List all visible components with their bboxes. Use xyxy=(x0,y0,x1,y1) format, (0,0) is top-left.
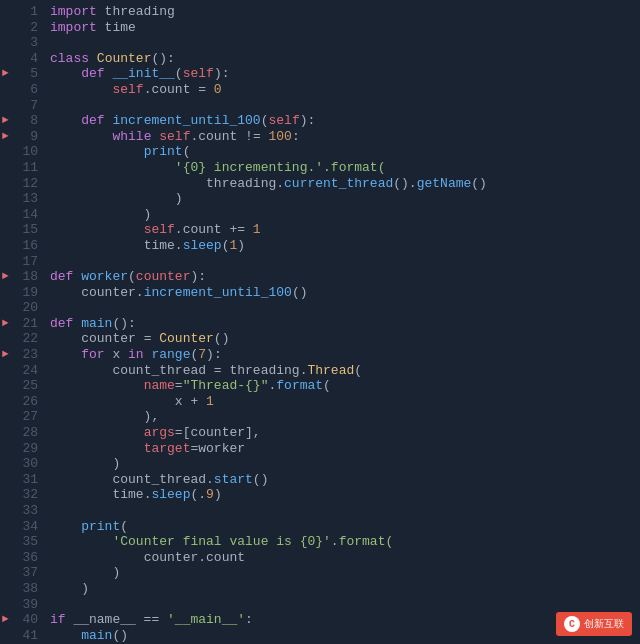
line-content: class Counter(): xyxy=(42,51,640,67)
table-row: 26 x + 1 xyxy=(0,394,640,410)
table-row: 23► for x in range(7): xyxy=(0,347,640,363)
line-content: count_thread = threading.Thread( xyxy=(42,363,640,379)
line-number: 3 xyxy=(30,35,38,51)
table-row: 35 'Counter final value is {0}'.format( xyxy=(0,534,640,550)
table-row: 22 counter = Counter() xyxy=(0,331,640,347)
watermark-icon: C xyxy=(564,616,580,632)
arrow-indicator: ► xyxy=(2,316,9,332)
table-row: 13 ) xyxy=(0,191,640,207)
line-content: count_thread.start() xyxy=(42,472,640,488)
line-number: 16 xyxy=(22,238,38,254)
table-row: 34 print( xyxy=(0,519,640,535)
arrow-indicator: ► xyxy=(2,113,9,129)
line-number: 40 xyxy=(22,612,38,628)
line-content: import time xyxy=(42,20,640,36)
table-row: 10 print( xyxy=(0,144,640,160)
line-number: 1 xyxy=(30,4,38,20)
line-number: 8 xyxy=(30,113,38,129)
table-row: 19 counter.increment_until_100() xyxy=(0,285,640,301)
line-content: print( xyxy=(42,519,640,535)
line-number: 36 xyxy=(22,550,38,566)
line-content: counter = Counter() xyxy=(42,331,640,347)
line-content: ) xyxy=(42,565,640,581)
line-number: 11 xyxy=(22,160,38,176)
table-row: 12 threading.current_thread().getName() xyxy=(0,176,640,192)
table-row: 33 xyxy=(0,503,640,519)
line-content: target=worker xyxy=(42,441,640,457)
line-number: 41 xyxy=(22,628,38,644)
line-number: 37 xyxy=(22,565,38,581)
table-row: 36 counter.count xyxy=(0,550,640,566)
line-number: 9 xyxy=(30,129,38,145)
table-row: 31 count_thread.start() xyxy=(0,472,640,488)
line-content: '{0} incrementing.'.format( xyxy=(42,160,640,176)
line-content xyxy=(42,300,640,316)
line-content: ) xyxy=(42,581,640,597)
line-content: self.count = 0 xyxy=(42,82,640,98)
table-row: 8► def increment_until_100(self): xyxy=(0,113,640,129)
table-row: 7 xyxy=(0,98,640,114)
table-row: 37 ) xyxy=(0,565,640,581)
table-row: 17 xyxy=(0,254,640,270)
table-row: 25 name="Thread-{}".format( xyxy=(0,378,640,394)
line-content: def increment_until_100(self): xyxy=(42,113,640,129)
line-number: 26 xyxy=(22,394,38,410)
line-content: name="Thread-{}".format( xyxy=(42,378,640,394)
table-row: 39 xyxy=(0,597,640,613)
table-row: 32 time.sleep(.9) xyxy=(0,487,640,503)
arrow-indicator: ► xyxy=(2,269,9,285)
line-content: args=[counter], xyxy=(42,425,640,441)
arrow-indicator: ► xyxy=(2,129,9,145)
line-content: x + 1 xyxy=(42,394,640,410)
line-content: time.sleep(.9) xyxy=(42,487,640,503)
line-content: if __name__ == '__main__': xyxy=(42,612,640,628)
table-row: 15 self.count += 1 xyxy=(0,222,640,238)
code-editor: 1import threading2import time34class Cou… xyxy=(0,0,640,644)
line-number: 25 xyxy=(22,378,38,394)
line-number: 35 xyxy=(22,534,38,550)
line-number: 20 xyxy=(22,300,38,316)
line-number: 4 xyxy=(30,51,38,67)
line-number: 6 xyxy=(30,82,38,98)
line-number: 30 xyxy=(22,456,38,472)
table-row: 41 main() xyxy=(0,628,640,644)
line-number: 22 xyxy=(22,331,38,347)
line-number: 28 xyxy=(22,425,38,441)
table-row: 5► def __init__(self): xyxy=(0,66,640,82)
line-content: ) xyxy=(42,456,640,472)
table-row: 11 '{0} incrementing.'.format( xyxy=(0,160,640,176)
line-content: counter.increment_until_100() xyxy=(42,285,640,301)
table-row: 20 xyxy=(0,300,640,316)
line-content: while self.count != 100: xyxy=(42,129,640,145)
line-number: 13 xyxy=(22,191,38,207)
table-row: 2import time xyxy=(0,20,640,36)
line-number: 10 xyxy=(22,144,38,160)
table-row: 1import threading xyxy=(0,4,640,20)
table-row: 30 ) xyxy=(0,456,640,472)
table-row: 21►def main(): xyxy=(0,316,640,332)
line-number: 5 xyxy=(30,66,38,82)
line-number: 27 xyxy=(22,409,38,425)
line-content xyxy=(42,597,640,613)
line-content: def main(): xyxy=(42,316,640,332)
line-number: 14 xyxy=(22,207,38,223)
table-row: 4class Counter(): xyxy=(0,51,640,67)
table-row: 29 target=worker xyxy=(0,441,640,457)
arrow-indicator: ► xyxy=(2,347,9,363)
line-content xyxy=(42,503,640,519)
line-content xyxy=(42,254,640,270)
line-content: main() xyxy=(42,628,640,644)
line-number: 19 xyxy=(22,285,38,301)
line-number: 12 xyxy=(22,176,38,192)
table-row: 6 self.count = 0 xyxy=(0,82,640,98)
line-number: 38 xyxy=(22,581,38,597)
table-row: 28 args=[counter], xyxy=(0,425,640,441)
line-content: 'Counter final value is {0}'.format( xyxy=(42,534,640,550)
line-content: time.sleep(1) xyxy=(42,238,640,254)
arrow-indicator: ► xyxy=(2,612,9,628)
line-number: 39 xyxy=(22,597,38,613)
table-row: 14 ) xyxy=(0,207,640,223)
table-row: 18►def worker(counter): xyxy=(0,269,640,285)
line-number: 24 xyxy=(22,363,38,379)
table-row: 40►if __name__ == '__main__': xyxy=(0,612,640,628)
